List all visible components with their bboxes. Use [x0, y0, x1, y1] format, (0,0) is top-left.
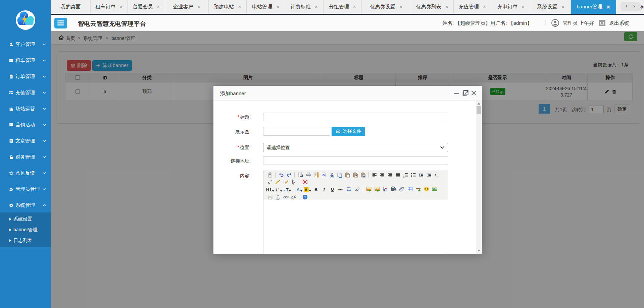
svg-text:H1: H1 — [266, 187, 272, 192]
svg-text:x: x — [435, 173, 437, 177]
svg-text:B: B — [314, 187, 317, 192]
svg-text:ABC: ABC — [338, 188, 343, 191]
svg-text:T: T — [286, 187, 289, 192]
svg-text:A: A — [297, 187, 300, 192]
svg-text:T: T — [355, 175, 357, 178]
svg-text:3: 3 — [403, 176, 404, 178]
svg-text:2: 2 — [270, 180, 272, 182]
svg-text:A: A — [305, 188, 307, 192]
svg-text:x: x — [268, 181, 270, 184]
svg-text:2: 2 — [437, 175, 439, 178]
svg-text:U: U — [331, 187, 334, 192]
svg-text:C#: C# — [323, 174, 326, 176]
svg-text:F: F — [276, 187, 279, 192]
svg-text:W: W — [363, 175, 365, 178]
svg-text:?: ? — [304, 195, 306, 199]
svg-text:I: I — [323, 187, 325, 192]
svg-text:т: т — [284, 189, 285, 192]
